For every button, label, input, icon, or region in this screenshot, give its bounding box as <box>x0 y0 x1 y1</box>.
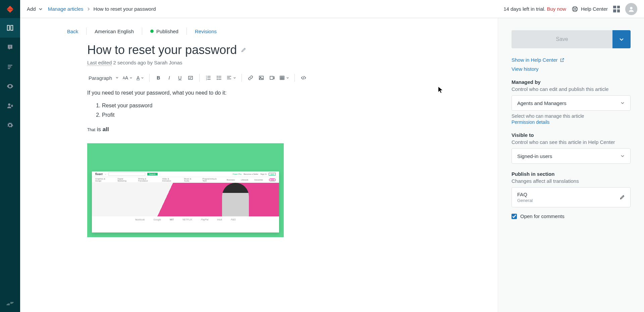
svg-rect-3 <box>10 47 10 48</box>
blockquote-button[interactable] <box>186 73 195 83</box>
unordered-list-button[interactable] <box>214 73 224 83</box>
publish-in-section: Publish in section Changes affect all tr… <box>512 171 631 207</box>
article-body[interactable]: If you need to reset your password, what… <box>87 89 376 134</box>
managed-by-desc: Control who can edit and publish this ar… <box>512 86 631 92</box>
align-button[interactable] <box>225 73 237 83</box>
publish-in-select[interactable]: FAQ General <box>512 187 631 207</box>
svg-point-20 <box>217 76 218 77</box>
svg-point-24 <box>217 79 218 80</box>
svg-rect-32 <box>280 76 284 80</box>
embedded-image[interactable]: fiverr ⌕ Search Fiverr Pro Become a Sell… <box>87 143 284 237</box>
svg-rect-15 <box>208 76 211 76</box>
managed-by-section: Managed by Control who can edit and publ… <box>512 79 631 125</box>
avatar[interactable] <box>625 3 637 15</box>
revisions-link[interactable]: Revisions <box>195 29 217 34</box>
breadcrumb-current: How to reset your password <box>94 6 156 12</box>
text-color-button[interactable]: A <box>135 73 145 83</box>
save-button: Save <box>512 30 612 48</box>
table-button[interactable] <box>278 73 290 83</box>
underline-button[interactable]: U <box>175 73 184 83</box>
svg-rect-4 <box>8 65 12 66</box>
trial-text: 14 days left in trial. <box>503 6 547 12</box>
visible-to-select[interactable]: Signed-in users <box>512 148 631 164</box>
list-item: Profit <box>102 111 376 119</box>
trial-notice: 14 days left in trial. Buy now <box>503 6 566 12</box>
font-size-button[interactable]: AA <box>121 73 134 83</box>
paragraph-style-button[interactable]: Paragraph <box>87 73 120 83</box>
last-edited-label: Last edited <box>87 60 112 66</box>
nav-moderation[interactable] <box>0 38 20 57</box>
save-row: Save <box>512 30 631 48</box>
editor-header: Back American English Published Revision… <box>67 28 376 35</box>
external-link-icon <box>560 58 565 62</box>
svg-point-22 <box>217 77 218 79</box>
nav-settings[interactable] <box>0 115 20 135</box>
last-edited-rest: 2 seconds ago by Sarah Jonas <box>112 60 182 65</box>
permission-details-link[interactable]: Permission details <box>512 119 631 125</box>
video-button[interactable] <box>267 73 277 83</box>
source-code-button[interactable] <box>299 73 308 83</box>
open-comments-input[interactable] <box>512 214 517 219</box>
ordered-list-button[interactable]: 123 <box>204 73 213 83</box>
intro-paragraph: If you need to reset your password, what… <box>87 89 376 97</box>
top-bar: Add Manage articles How to reset your pa… <box>20 0 644 18</box>
final-paragraph: That is all <box>87 125 376 134</box>
nav-permissions[interactable] <box>0 96 20 115</box>
code-icon <box>301 75 306 81</box>
svg-rect-28 <box>227 79 231 79</box>
add-label: Add <box>27 6 36 12</box>
breadcrumb-manage-link[interactable]: Manage articles <box>48 6 84 12</box>
svg-marker-0 <box>7 6 13 9</box>
chevron-down-icon <box>620 101 625 105</box>
embed-brand: fiverr <box>95 172 103 176</box>
show-hc-label: Show in Help Center <box>512 57 558 63</box>
nav-articles[interactable] <box>0 18 20 38</box>
chevron-down-icon <box>129 76 132 80</box>
back-link[interactable]: Back <box>67 29 78 34</box>
svg-rect-21 <box>218 76 221 76</box>
svg-point-11 <box>574 8 576 10</box>
bold-button[interactable]: B <box>154 73 163 83</box>
svg-rect-2 <box>10 46 10 47</box>
link-button[interactable] <box>246 73 255 83</box>
italic-button[interactable]: I <box>164 73 174 83</box>
svg-rect-13 <box>189 76 193 79</box>
svg-rect-19 <box>208 79 211 80</box>
svg-rect-26 <box>227 76 231 76</box>
link-icon <box>248 75 253 81</box>
save-dropdown-button[interactable] <box>612 30 631 48</box>
align-icon <box>226 75 232 81</box>
help-center-link[interactable]: Help Center <box>572 6 608 12</box>
show-in-help-center-link[interactable]: Show in Help Center <box>512 57 631 63</box>
view-history-link[interactable]: View history <box>512 66 631 72</box>
image-button[interactable] <box>257 73 266 83</box>
nav-preview[interactable] <box>0 76 20 96</box>
ol-icon: 123 <box>206 75 211 81</box>
edit-title-icon[interactable] <box>241 47 246 53</box>
add-button[interactable]: Add <box>27 6 43 12</box>
image-icon <box>259 75 264 81</box>
article-title[interactable]: How to reset your password <box>87 43 237 57</box>
lifesaver-icon <box>572 6 578 12</box>
product-logo[interactable] <box>0 0 20 18</box>
open-comments-checkbox[interactable]: Open for comments <box>512 213 631 219</box>
publish-in-sub: General <box>517 198 533 203</box>
steps-list: Reset your password Profit <box>102 102 376 119</box>
publish-in-title: Publish in section <box>512 171 631 177</box>
visible-to-title: Visible to <box>512 132 631 138</box>
svg-rect-31 <box>270 76 273 79</box>
visible-to-value: Signed-in users <box>517 153 552 159</box>
svg-rect-5 <box>8 66 11 67</box>
language-label[interactable]: American English <box>95 29 134 34</box>
embed-search-button: Search <box>147 173 158 175</box>
side-panel: Save Show in Help Center View history Ma… <box>498 18 644 312</box>
managed-by-select[interactable]: Agents and Managers <box>512 95 631 111</box>
apps-icon[interactable] <box>613 6 620 12</box>
chevron-down-icon <box>39 7 43 11</box>
managed-by-value: Agents and Managers <box>517 100 567 106</box>
svg-rect-9 <box>12 105 13 106</box>
svg-text:3: 3 <box>206 79 207 81</box>
nav-arrange[interactable] <box>0 57 20 76</box>
nav-zendesk[interactable] <box>0 295 20 312</box>
buy-now-link[interactable]: Buy now <box>547 6 566 12</box>
